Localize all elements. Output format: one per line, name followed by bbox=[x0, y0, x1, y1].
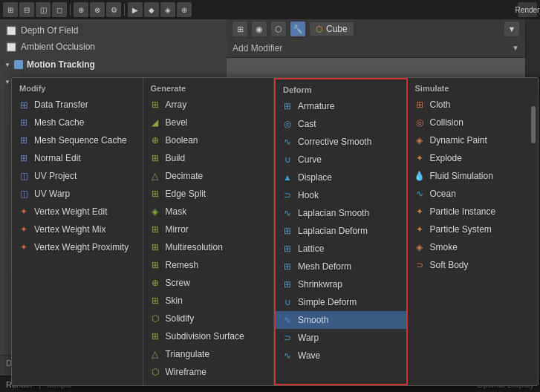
toolbar-icon-9[interactable]: ◆ bbox=[144, 2, 159, 17]
separator-1 bbox=[70, 4, 71, 16]
deform-corrective-smooth[interactable]: ∿ Corrective Smooth bbox=[276, 133, 406, 151]
add-modifier-button[interactable]: Add Modifier bbox=[232, 43, 282, 53]
soft-body-icon: ⊃ bbox=[414, 259, 426, 271]
simple-deform-icon: ∪ bbox=[282, 296, 293, 308]
toolbar-icon-10[interactable]: ◈ bbox=[160, 2, 175, 17]
generate-build[interactable]: ⊞ Build bbox=[143, 149, 274, 167]
simulate-column-header: Simulate bbox=[408, 82, 539, 96]
deform-curve[interactable]: ∪ Curve bbox=[276, 151, 406, 169]
toolbar-icon-7[interactable]: ⚙ bbox=[106, 2, 121, 17]
generate-wireframe[interactable]: ⬡ Wireframe bbox=[143, 363, 274, 381]
generate-column-header: Generate bbox=[143, 82, 274, 96]
cast-icon: ◎ bbox=[282, 118, 293, 130]
explode-icon: ✦ bbox=[414, 152, 426, 164]
particle-system-icon: ✦ bbox=[414, 223, 426, 235]
mask-icon: ◈ bbox=[149, 206, 161, 218]
modify-mesh-sequence-cache[interactable]: ⊞ Mesh Sequence Cache bbox=[12, 131, 143, 149]
deform-armature[interactable]: ⊞ Armature bbox=[276, 97, 406, 115]
generate-mirror[interactable]: ⊞ Mirror bbox=[143, 220, 274, 238]
deform-simple-deform[interactable]: ∪ Simple Deform bbox=[276, 293, 406, 311]
deform-lattice[interactable]: ⊞ Lattice bbox=[276, 240, 406, 258]
generate-multiresolution[interactable]: ⊞ Multiresolution bbox=[143, 238, 274, 256]
deform-column: Deform ⊞ Armature ◎ Cast ∿ Corrective Sm… bbox=[274, 78, 408, 385]
mirror-icon: ⊞ bbox=[149, 223, 161, 235]
modify-vertex-weight-edit[interactable]: ✦ Vertex Weight Edit bbox=[12, 203, 143, 220]
depth-of-field-row[interactable]: ⬜ Depth Of Field bbox=[0, 22, 227, 39]
solidify-icon: ⬡ bbox=[149, 313, 161, 324]
generate-array[interactable]: ⊞ Array bbox=[143, 96, 274, 114]
deform-smooth[interactable]: ∿ Smooth bbox=[276, 311, 406, 329]
generate-edge-split[interactable]: ⊞ Edge Split bbox=[143, 185, 274, 203]
modify-uv-project[interactable]: ◫ UV Project bbox=[12, 167, 143, 185]
displace-icon: ▲ bbox=[282, 172, 293, 183]
generate-screw[interactable]: ⊕ Screw bbox=[143, 274, 274, 292]
modify-vertex-weight-mix[interactable]: ✦ Vertex Weight Mix bbox=[12, 220, 143, 238]
toolbar-icon-11[interactable]: ⊕ bbox=[177, 2, 192, 17]
modify-normal-edit[interactable]: ⊞ Normal Edit bbox=[12, 149, 143, 167]
smooth-icon: ∿ bbox=[282, 314, 293, 326]
fluid-simulation-icon: 💧 bbox=[414, 170, 426, 182]
simulate-ocean[interactable]: ∿ Ocean bbox=[408, 185, 539, 203]
boolean-icon: ⊕ bbox=[149, 134, 161, 146]
deform-laplacian-smooth[interactable]: ∿ Laplacian Smooth bbox=[276, 204, 406, 222]
generate-subdivision-surface[interactable]: ⊞ Subdivision Surface bbox=[143, 327, 274, 345]
simulate-scrollbar[interactable] bbox=[530, 100, 536, 382]
toolbar-icon-render[interactable]: Render bbox=[518, 2, 537, 17]
ambient-occlusion-row[interactable]: ⬜ Ambient Occlusion bbox=[0, 39, 227, 55]
modify-vertex-weight-proximity[interactable]: ✦ Vertex Weight Proximity bbox=[12, 238, 143, 256]
ocean-icon: ∿ bbox=[414, 188, 426, 200]
object-icon[interactable]: ⬡ bbox=[271, 22, 286, 36]
simulate-dynamic-paint[interactable]: ◈ Dynamic Paint bbox=[408, 131, 539, 149]
deform-mesh-deform[interactable]: ⊞ Mesh Deform bbox=[276, 258, 406, 275]
toolbar-icon-6[interactable]: ⊗ bbox=[90, 2, 105, 17]
uv-project-icon: ◫ bbox=[18, 170, 30, 182]
generate-mask[interactable]: ◈ Mask bbox=[143, 203, 274, 220]
toolbar-icon-8[interactable]: ▶ bbox=[128, 2, 143, 17]
modify-column-header: Modify bbox=[12, 82, 143, 96]
mesh-sequence-cache-icon: ⊞ bbox=[18, 134, 30, 146]
view-mode-icon[interactable]: ⊞ bbox=[232, 22, 247, 36]
generate-boolean[interactable]: ⊕ Boolean bbox=[143, 131, 274, 149]
viewport-arrow-down[interactable]: ▼ bbox=[504, 22, 519, 36]
generate-bevel[interactable]: ◢ Bevel bbox=[143, 114, 274, 131]
laplacian-deform-icon: ⊞ bbox=[282, 225, 293, 237]
simulate-cloth[interactable]: ⊞ Cloth bbox=[408, 96, 539, 114]
deform-displace[interactable]: ▲ Displace bbox=[276, 169, 406, 186]
modify-data-transfer[interactable]: ⊞ Data Transfer bbox=[12, 96, 143, 114]
deform-wave[interactable]: ∿ Wave bbox=[276, 347, 406, 365]
motion-tracking-row[interactable]: ▼ Motion Tracking bbox=[0, 56, 227, 73]
generate-remesh[interactable]: ⊞ Remesh bbox=[143, 256, 274, 274]
deform-hook[interactable]: ⊃ Hook bbox=[276, 186, 406, 204]
simulate-fluid-simulation[interactable]: 💧 Fluid Simulation bbox=[408, 167, 539, 185]
multiresolution-icon: ⊞ bbox=[149, 241, 161, 253]
deform-cast[interactable]: ◎ Cast bbox=[276, 115, 406, 133]
object-name-label[interactable]: ⬡ Cube bbox=[310, 22, 354, 36]
render-icon[interactable]: ◉ bbox=[252, 22, 267, 36]
simulate-particle-system[interactable]: ✦ Particle System bbox=[408, 220, 539, 238]
toolbar-icon-4[interactable]: ◻ bbox=[52, 2, 67, 17]
generate-skin[interactable]: ⊞ Skin bbox=[143, 292, 274, 310]
warp-icon: ⊃ bbox=[282, 332, 293, 344]
generate-solidify[interactable]: ⬡ Solidify bbox=[143, 310, 274, 327]
simulate-particle-instance[interactable]: ✦ Particle Instance bbox=[408, 203, 539, 220]
generate-triangulate[interactable]: △ Triangulate bbox=[143, 345, 274, 363]
toolbar-icon-2[interactable]: ⊟ bbox=[19, 2, 34, 17]
toolbar-icon-5[interactable]: ⊕ bbox=[74, 2, 88, 17]
deform-laplacian-deform[interactable]: ⊞ Laplacian Deform bbox=[276, 222, 406, 240]
generate-decimate[interactable]: △ Decimate bbox=[143, 167, 274, 185]
simulate-smoke[interactable]: ◈ Smoke bbox=[408, 238, 539, 256]
motion-tracking-arrow: ▼ bbox=[4, 62, 10, 68]
wrench-icon[interactable]: 🔧 bbox=[290, 22, 305, 36]
motion-tracking-checkbox[interactable] bbox=[14, 60, 23, 69]
toolbar-icon-1[interactable]: ⊞ bbox=[3, 2, 18, 17]
simulate-soft-body[interactable]: ⊃ Soft Body bbox=[408, 256, 539, 274]
toolbar-icon-3[interactable]: ◫ bbox=[36, 2, 51, 17]
modifier-dropdown-menu: Modify ⊞ Data Transfer ⊞ Mesh Cache ⊞ Me… bbox=[11, 77, 539, 386]
deform-shrinkwrap[interactable]: ⊞ Shrinkwrap bbox=[276, 275, 406, 293]
skin-icon: ⊞ bbox=[149, 295, 161, 307]
simulate-explode[interactable]: ✦ Explode bbox=[408, 149, 539, 167]
modify-mesh-cache[interactable]: ⊞ Mesh Cache bbox=[12, 114, 143, 131]
simulate-collision[interactable]: ◎ Collision bbox=[408, 114, 539, 131]
deform-warp[interactable]: ⊃ Warp bbox=[276, 329, 406, 347]
modify-uv-warp[interactable]: ◫ UV Warp bbox=[12, 185, 143, 203]
